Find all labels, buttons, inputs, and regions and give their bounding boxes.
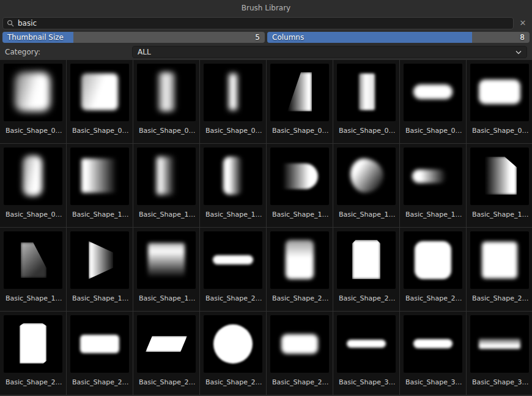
columns-value: 8 [520, 32, 525, 43]
brush-thumbnail [70, 148, 129, 205]
brush-label: Basic_Shape_1… [404, 211, 462, 219]
brush-thumbnail [404, 231, 462, 289]
brush-item[interactable]: Basic_Shape_3… [333, 312, 399, 395]
brush-label: Basic_Shape_1… [270, 211, 329, 219]
columns-slider[interactable]: Columns 8 [267, 32, 530, 43]
category-dropdown[interactable]: ALL [132, 46, 527, 58]
brush-thumbnail [70, 315, 129, 373]
brush-item[interactable]: Basic_Shape_0… [200, 60, 266, 143]
brush-thumbnail [204, 231, 262, 289]
brush-label: Basic_Shape_1… [137, 294, 196, 302]
brush-grid: Basic_Shape_0…Basic_Shape_0…Basic_Shape_… [0, 60, 532, 395]
brush-item[interactable]: Basic_Shape_1… [400, 144, 466, 227]
brush-label: Basic_Shape_1… [70, 294, 129, 302]
bar-soft-shape [479, 338, 520, 349]
cornercut-fade-shape [485, 157, 517, 195]
brush-item[interactable]: Basic_Shape_2… [267, 228, 333, 311]
brush-item[interactable]: Basic_Shape_1… [67, 144, 133, 227]
poly-dark-shape [21, 242, 46, 278]
search-row: ✕ [0, 16, 532, 31]
brush-label: Basic_Shape_0… [4, 211, 62, 219]
brush-item[interactable]: Basic_Shape_0… [267, 60, 333, 143]
brush-label: Basic_Shape_0… [270, 127, 329, 135]
brush-item[interactable]: Basic_Shape_1… [0, 228, 66, 311]
brush-thumbnail [337, 315, 396, 373]
slider-row: Thumbnail Size 5 Columns 8 [0, 31, 532, 44]
brush-item[interactable]: Basic_Shape_1… [67, 228, 133, 311]
vrrect-soft-shape [23, 155, 42, 196]
sq-fade-r-shape [81, 159, 117, 193]
thumbnail-size-slider[interactable]: Thumbnail Size 5 [2, 32, 265, 43]
brush-item[interactable]: Basic_Shape_2… [333, 228, 399, 311]
vrrect-bright-shape [286, 240, 314, 279]
window-title: Brush Library [242, 4, 290, 12]
brush-item[interactable]: Basic_Shape_0… [67, 60, 133, 143]
brush-label: Basic_Shape_3… [404, 378, 462, 386]
vrect-cut-shape [352, 240, 380, 279]
search-box[interactable] [2, 17, 514, 29]
brush-item[interactable]: Basic_Shape_0… [133, 60, 199, 143]
clear-search-button[interactable]: ✕ [516, 17, 530, 29]
tri-fade-shape [89, 241, 113, 279]
brush-thumbnail [470, 231, 529, 289]
pill-thin-shape [213, 255, 253, 264]
sq-bright-shape [81, 73, 118, 110]
sq-bright2-shape [482, 242, 517, 278]
brush-item[interactable]: Basic_Shape_0… [0, 144, 66, 227]
brush-thumbnail [204, 315, 262, 373]
category-label: Category: [5, 48, 130, 56]
brush-item[interactable]: Basic_Shape_1… [267, 144, 333, 227]
brush-item[interactable]: Basic_Shape_2… [0, 312, 66, 395]
brush-thumbnail [137, 231, 196, 289]
brush-item[interactable]: Basic_Shape_3… [467, 312, 532, 395]
brush-label: Basic_Shape_0… [137, 127, 196, 135]
brush-label: Basic_Shape_2… [470, 294, 529, 302]
blob-shape [350, 159, 383, 193]
brush-thumbnail [404, 148, 462, 205]
vrect-cut2-shape [20, 323, 46, 364]
brush-label: Basic_Shape_1… [337, 211, 396, 219]
brush-label: Basic_Shape_2… [270, 378, 329, 386]
brush-thumbnail [4, 315, 62, 373]
brush-thumbnail [470, 315, 529, 373]
brush-thumbnail [404, 315, 462, 373]
rrect-h3-shape [281, 334, 318, 354]
brush-item[interactable]: Basic_Shape_2… [200, 312, 266, 395]
brush-library-window: Brush Library ✕ Thumbnail Size 5 Columns… [0, 0, 532, 395]
brush-item[interactable]: Basic_Shape_2… [267, 312, 333, 395]
brush-item[interactable]: Basic_Shape_0… [0, 60, 66, 143]
pill-thin2-shape [347, 340, 386, 348]
brush-item[interactable]: Basic_Shape_1… [133, 228, 199, 311]
brush-thumbnail [337, 148, 396, 205]
brush-item[interactable]: Basic_Shape_1… [333, 144, 399, 227]
brush-thumbnail [337, 231, 396, 289]
brush-thumbnail [270, 231, 329, 289]
brush-thumbnail [404, 64, 462, 121]
brush-item[interactable]: Basic_Shape_1… [133, 144, 199, 227]
brush-label: Basic_Shape_2… [270, 294, 329, 302]
columns-label: Columns [272, 32, 304, 43]
brush-label: Basic_Shape_0… [337, 127, 396, 135]
brush-label: Basic_Shape_2… [204, 378, 262, 386]
brush-item[interactable]: Basic_Shape_2… [133, 312, 199, 395]
search-input[interactable] [18, 18, 509, 29]
brush-item[interactable]: Basic_Shape_1… [200, 144, 266, 227]
brush-item[interactable]: Basic_Shape_0… [467, 60, 532, 143]
brush-thumbnail [137, 64, 196, 121]
brush-item[interactable]: Basic_Shape_3… [400, 312, 466, 395]
brush-thumbnail [270, 64, 329, 121]
brush-item[interactable]: Basic_Shape_0… [333, 60, 399, 143]
brush-label: Basic_Shape_2… [4, 378, 62, 386]
vbar-soft-shape [158, 72, 175, 111]
brush-item[interactable]: Basic_Shape_1… [467, 144, 532, 227]
brush-item[interactable]: Basic_Shape_2… [400, 228, 466, 311]
brush-item[interactable]: Basic_Shape_2… [467, 228, 532, 311]
brush-item[interactable]: Basic_Shape_2… [67, 312, 133, 395]
brush-item[interactable]: Basic_Shape_0… [400, 60, 466, 143]
rrect-h2-shape [80, 335, 119, 353]
brush-thumbnail [4, 64, 62, 121]
pill-fade-shape [412, 170, 446, 183]
wedge-right-shape [287, 72, 312, 111]
search-icon [7, 20, 14, 27]
brush-item[interactable]: Basic_Shape_2… [200, 228, 266, 311]
